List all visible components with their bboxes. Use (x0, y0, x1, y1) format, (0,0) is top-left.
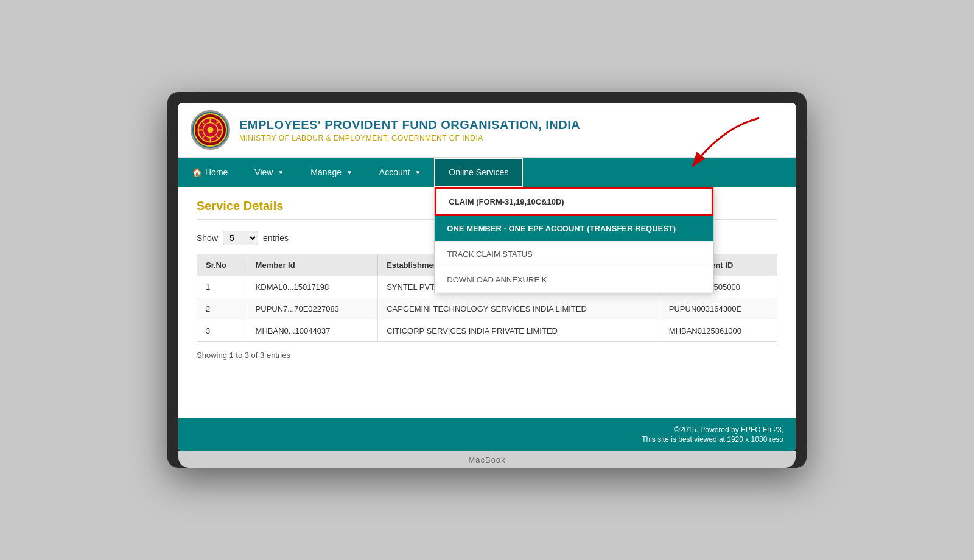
nav-home[interactable]: 🏠 Home (178, 158, 241, 187)
navbar: 🏠 Home View ▼ Manage ▼ Account ▼ (178, 158, 796, 187)
nav-online-services[interactable]: Online Services (434, 158, 523, 187)
col-sr-no: Sr.No (197, 254, 247, 276)
show-label: Show (197, 233, 218, 243)
cell-sr-no: 1 (197, 276, 247, 298)
showing-text: Showing 1 to 3 of 3 entries (197, 351, 777, 360)
footer-line2: This site is best viewed at 1920 x 1080 … (191, 435, 783, 444)
cell-establishment-name: CAPGEMINI TECHNOLOGY SERVICES INDIA LIMI… (378, 298, 660, 320)
dropdown-track[interactable]: TRACK CLAIM STATUS (435, 242, 713, 267)
macbook-label: MacBook (468, 455, 505, 464)
manage-dropdown-arrow: ▼ (346, 169, 352, 176)
cell-establishment-id: PUPUN003164300E (660, 298, 777, 320)
dropdown-download[interactable]: DOWNLOAD ANNEXURE K (435, 267, 713, 293)
view-dropdown-arrow: ▼ (278, 169, 284, 176)
dropdown-claim[interactable]: CLAIM (FORM-31,19,10C&10D) (435, 187, 713, 216)
org-title-block: EMPLOYEES' PROVIDENT FUND ORGANISATION, … (239, 118, 580, 142)
org-logo (191, 110, 230, 150)
cell-member-id: PUPUN7...70E0227083 (247, 298, 378, 320)
entries-label: entries (263, 233, 289, 243)
cell-sr-no: 3 (197, 320, 247, 342)
table-row: 2 PUPUN7...70E0227083 CAPGEMINI TECHNOLO… (197, 298, 777, 320)
online-services-container: Online Services CLAIM (FORM-31,19,10C&10… (434, 158, 523, 187)
org-name: EMPLOYEES' PROVIDENT FUND ORGANISATION, … (239, 118, 580, 132)
dropdown-transfer[interactable]: ONE MEMBER - ONE EPF ACCOUNT (TRANSFER R… (435, 216, 713, 242)
cell-member-id: KDMAL0...15017198 (247, 276, 378, 298)
logo-inner (194, 113, 227, 147)
org-subtitle: MINISTRY OF LABOUR & EMPLOYMENT, GOVERNM… (239, 134, 580, 142)
laptop-bottom: MacBook (178, 451, 796, 468)
online-services-dropdown: CLAIM (FORM-31,19,10C&10D) ONE MEMBER - … (434, 187, 714, 293)
table-row: 3 MHBAN0...10044037 CITICORP SERVICES IN… (197, 320, 777, 342)
page-footer: ©2015. Powered by EPFO Fri 23, This site… (178, 418, 796, 451)
footer-line1: ©2015. Powered by EPFO Fri 23, (191, 425, 783, 434)
nav-view[interactable]: View ▼ (241, 158, 297, 187)
col-member-id: Member Id (247, 254, 378, 276)
cell-establishment-id: MHBAN0125861000 (660, 320, 777, 342)
account-dropdown-arrow: ▼ (415, 169, 421, 176)
entries-select[interactable]: 5 10 25 50 100 (223, 231, 258, 245)
page-header: EMPLOYEES' PROVIDENT FUND ORGANISATION, … (178, 103, 796, 158)
home-icon: 🏠 (192, 167, 202, 177)
navigation-bar: 🏠 Home View ▼ Manage ▼ Account ▼ (178, 158, 796, 187)
cell-member-id: MHBAN0...10044037 (247, 320, 378, 342)
nav-account[interactable]: Account ▼ (366, 158, 435, 187)
cell-sr-no: 2 (197, 298, 247, 320)
cell-establishment-name: CITICORP SERVICES INDIA PRIVATE LIMITED (378, 320, 660, 342)
svg-point-2 (208, 127, 214, 133)
nav-manage[interactable]: Manage ▼ (297, 158, 366, 187)
